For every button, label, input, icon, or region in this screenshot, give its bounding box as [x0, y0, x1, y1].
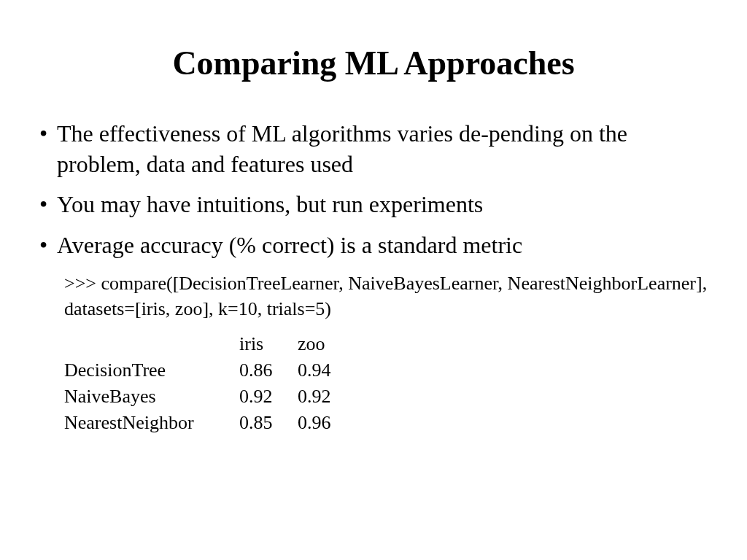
- table-row-label: DecisionTree: [64, 357, 239, 384]
- table-row-label: NaiveBayes: [64, 384, 239, 410]
- table-cell: 0.92: [239, 384, 298, 410]
- table-cell: 0.85: [239, 410, 298, 436]
- table-cell: 0.92: [298, 384, 356, 410]
- bullet-list: The effectiveness of ML algorithms varie…: [36, 119, 711, 260]
- table-row: NaiveBayes 0.92 0.92: [64, 384, 356, 410]
- table-header-row: iris zoo: [64, 331, 356, 357]
- table-cell: 0.96: [298, 410, 356, 436]
- results-table: iris zoo DecisionTree 0.86 0.94 NaiveBay…: [64, 331, 356, 436]
- code-snippet: >>> compare([DecisionTreeLearner, NaiveB…: [36, 271, 711, 322]
- table-row-label: NearestNeighbor: [64, 410, 239, 436]
- table-cell: 0.94: [298, 357, 356, 384]
- table-row: NearestNeighbor 0.85 0.96: [64, 410, 356, 436]
- table-empty-cell: [64, 331, 239, 357]
- table-row: DecisionTree 0.86 0.94: [64, 357, 356, 384]
- bullet-item: Average accuracy (% correct) is a standa…: [36, 230, 711, 261]
- bullet-item: You may have intuitions, but run experim…: [36, 190, 711, 220]
- bullet-item: The effectiveness of ML algorithms varie…: [36, 119, 711, 179]
- table-column-header: zoo: [298, 331, 356, 357]
- table-cell: 0.86: [239, 357, 298, 384]
- slide-title: Comparing ML Approaches: [36, 44, 711, 82]
- table-column-header: iris: [239, 331, 298, 357]
